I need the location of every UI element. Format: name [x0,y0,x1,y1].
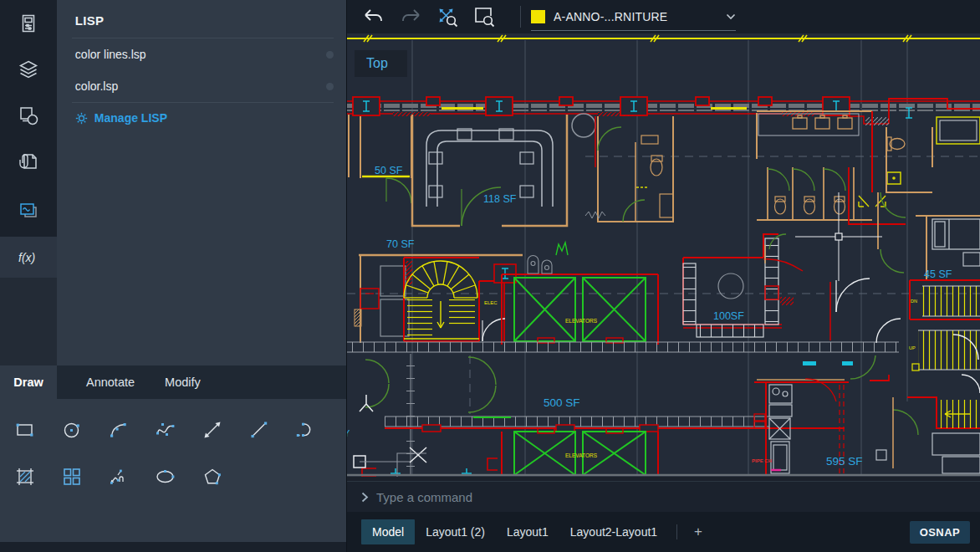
room-500sf-doors [365,355,875,412]
svg-text:f(x): f(x) [18,251,35,264]
hatch-tool-icon[interactable] [13,464,38,489]
polygon-tool-icon[interactable] [200,464,225,489]
properties-icon[interactable] [0,0,57,46]
view-label: Top [366,56,388,71]
lisp-panel-title: LISP [57,10,346,38]
tab-separator [676,524,677,539]
layer-dropdown[interactable]: A-ANNO-...RNITURE [531,3,736,31]
autocad-web-app: f(x) LISP color lines.lsp color.lsp [0,0,980,552]
tab-layout1-2[interactable]: Layout1 (2) [415,519,496,544]
svg-text:Y: Y [347,428,350,438]
sinks [793,115,852,129]
lisp-file-name: color lines.lsp [75,48,146,61]
lisp-run-indicator[interactable] [326,83,334,90]
construction-line-tool-icon[interactable] [200,417,225,442]
break-squiggle [585,212,605,218]
zoom-window-button[interactable] [472,4,497,29]
corridor-upper [347,342,899,352]
prompt-chevron-icon [361,492,369,503]
bathroom-left [595,116,673,222]
toolbar-separator [520,6,521,28]
trace-icon[interactable] [0,184,57,237]
column-line-500 [406,354,415,475]
tab-modify[interactable]: Modify [150,365,216,399]
tab-annotate[interactable]: Annotate [71,365,150,399]
svg-text:118 SF: 118 SF [483,193,517,205]
blocks-icon[interactable] [0,92,57,138]
view-indicator[interactable]: Top [355,50,407,77]
crosshair-cursor [795,192,882,281]
survey-y-marker [360,395,373,411]
vestibule-doors [836,279,901,343]
tab-layout2-layout1[interactable]: Layout2-Layout1 [559,519,668,544]
tab-model[interactable]: Model [361,519,415,544]
rail-filler [0,278,57,365]
curved-stair-fan [404,261,477,298]
exterior-wall-band [347,97,980,144]
add-layout-button[interactable]: + [686,524,711,540]
floor-plan-drawing[interactable]: 50 SF 70 SF 118 SF 45 SF 100SF 500 SF 59… [347,33,980,481]
wing-bottom-right [870,375,980,473]
lisp-run-indicator[interactable] [326,51,334,59]
svg-text:100SF: 100SF [713,310,744,322]
multileader-tool-icon[interactable] [106,464,131,489]
line-tool-icon[interactable] [247,417,272,442]
icon-rail: f(x) [0,0,57,365]
left-sidebar: f(x) LISP color lines.lsp color.lsp [0,0,347,552]
pipe-chase-label: PIPE CH [752,458,772,463]
layer-color-swatch [531,10,545,23]
lisp-functions-icon[interactable]: f(x) [0,237,57,278]
spline-tool-icon[interactable] [153,417,178,442]
bathroom-right [878,127,932,273]
fixture-red [360,289,379,309]
command-bar[interactable]: Type a command [347,481,980,512]
room-50sf [349,115,411,203]
rectangle-tool-icon[interactable] [13,417,38,442]
ellipse-tool-icon[interactable] [153,464,178,489]
insert-block-tool-icon[interactable] [59,464,84,489]
elevator-shafts [514,278,646,341]
svg-text:50 SF: 50 SF [375,165,403,176]
stall-door-arcs [768,169,845,191]
bottom-strip [0,542,346,552]
layout-tab-bar: Model Layout1 (2) Layout1 Layout2-Layout… [347,512,980,552]
tab-layout1[interactable]: Layout1 [496,519,559,544]
survey-marks [354,447,426,477]
lisp-file-item[interactable]: color lines.lsp [57,38,346,70]
stair-arrow [437,301,444,328]
undo-button[interactable] [361,4,386,29]
yellow-gridline [347,35,980,42]
stall-partitions [757,167,872,220]
arc-tool-icon[interactable] [106,417,131,442]
toilets [775,197,845,214]
canvas-bottom-strip [347,477,980,481]
arc-continue-tool-icon[interactable] [293,417,319,442]
gear-icon [75,112,88,125]
circle-tool-icon[interactable] [59,417,84,442]
drawing-viewport[interactable]: 50 SF 70 SF 118 SF 45 SF 100SF 500 SF 59… [347,33,980,481]
side-table [963,253,980,266]
lisp-panel: LISP color lines.lsp color.lsp [57,0,346,365]
bed [932,219,980,249]
attachments-icon[interactable] [0,138,57,184]
chevron-down-icon [726,13,736,20]
manage-lisp-label: Manage LISP [94,111,167,125]
osnap-toggle[interactable]: OSNAP [910,521,970,544]
ceiling-feature-circle [572,114,595,137]
main-area: A-ANNO-...RNITURE [347,0,980,552]
svg-text:UP: UP [909,345,916,350]
stair-core-left [355,255,523,343]
canvas-toolbar: A-ANNO-...RNITURE [347,0,980,33]
command-input-placeholder: Type a command [376,490,472,504]
equipment [528,256,552,273]
tab-draw[interactable]: Draw [0,365,57,399]
svg-text:45 SF: 45 SF [924,268,952,280]
lisp-file-item[interactable]: color.lsp [57,70,346,102]
svg-text:DN: DN [911,299,917,304]
zoom-extents-button[interactable] [435,4,460,29]
green-marker [556,243,568,255]
manage-lisp-button[interactable]: Manage LISP [57,103,346,133]
ribbon-tabs: Draw Annotate Modify [0,365,346,399]
layers-icon[interactable] [0,46,57,92]
redo-button[interactable] [398,4,423,29]
